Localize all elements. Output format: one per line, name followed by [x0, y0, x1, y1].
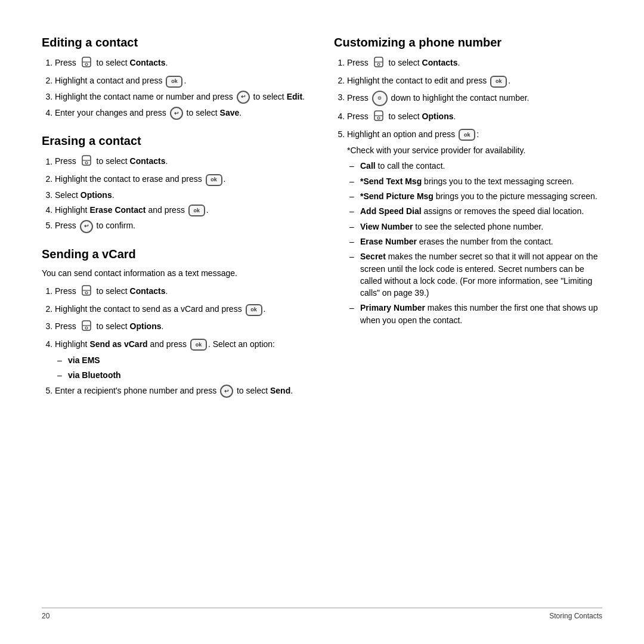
list-item: Press ⊙ down to highlight the contact nu… — [347, 91, 602, 106]
page: Editing a contact Press to select Contac… — [0, 0, 644, 644]
phone-icon — [80, 55, 93, 72]
right-column: Customizing a phone number Press to sele… — [334, 36, 602, 602]
editing-steps: Press to select Contacts. Highlight a co… — [42, 55, 310, 120]
list-item: Press to select Contacts. — [55, 284, 310, 300]
ok-icon: ok — [490, 76, 507, 88]
list-item: Select Options. — [55, 189, 310, 201]
list-item: Press to select Contacts. — [55, 154, 310, 170]
section-erasing: Erasing a contact Press to select Contac… — [42, 134, 310, 233]
phone-icon — [80, 154, 93, 170]
ok-icon: ok — [188, 205, 205, 216]
list-item: Press to select Options. — [347, 109, 602, 125]
list-item: Highlight Send as vCard and press ok. Se… — [55, 338, 310, 382]
list-item: Highlight the contact to edit and press … — [347, 75, 602, 87]
section-customizing: Customizing a phone number Press to sele… — [334, 36, 602, 326]
vcard-intro: You can send contact information as a te… — [42, 267, 310, 279]
ok-icon: ok — [166, 76, 182, 88]
availability-note: *Check with your service provider for av… — [347, 144, 602, 156]
phone-icon — [372, 109, 385, 125]
list-item: Add Speed Dial assigns or removes the sp… — [354, 205, 602, 217]
section-erasing-title: Erasing a contact — [42, 134, 310, 148]
section-editing-title: Editing a contact — [42, 36, 310, 49]
left-column: Editing a contact Press to select Contac… — [42, 36, 310, 602]
section-customizing-title: Customizing a phone number — [334, 36, 602, 49]
svg-point-5 — [85, 162, 88, 164]
menu-icon: ↩ — [80, 220, 93, 233]
list-item: *Send Picture Msg brings you to the pict… — [354, 190, 602, 202]
content-columns: Editing a contact Press to select Contac… — [42, 36, 602, 602]
list-item: Enter your changes and press ↩ to select… — [55, 107, 310, 120]
phone-icon — [372, 55, 385, 72]
list-item: Press to select Contacts. — [347, 55, 602, 72]
list-item: via Bluetooth — [62, 369, 310, 381]
vcard-options: via EMS via Bluetooth — [55, 354, 310, 382]
svg-point-17 — [377, 117, 380, 119]
svg-point-2 — [85, 63, 88, 66]
list-item: Highlight an option and press ok: — [347, 128, 602, 141]
list-item: Secret makes the number secret so that i… — [354, 250, 602, 299]
section-vcard: Sending a vCard You can send contact inf… — [42, 247, 310, 398]
menu-icon: ↩ — [237, 91, 250, 104]
svg-point-8 — [85, 292, 88, 294]
section-label: Storing Contacts — [549, 612, 602, 620]
nav-icon: ⊙ — [372, 91, 388, 106]
phone-icon — [80, 284, 93, 300]
list-item: *Send Text Msg brings you to the text me… — [354, 175, 602, 187]
section-vcard-title: Sending a vCard — [42, 247, 310, 261]
ok-icon: ok — [459, 129, 475, 141]
footer: 20 Storing Contacts — [42, 608, 602, 620]
phone-number-options: Call to call the contact. *Send Text Msg… — [347, 160, 602, 326]
list-item: Press to select Contacts. — [55, 55, 310, 72]
erasing-steps: Press to select Contacts. Highlight the … — [42, 154, 310, 233]
list-item: Highlight Erase Contact and press ok. — [55, 204, 310, 216]
list-item: Highlight a contact and press ok. — [55, 75, 310, 87]
page-number: 20 — [42, 612, 49, 620]
vcard-steps: Press to select Contacts. Highlight the … — [42, 284, 310, 398]
phone-icon — [80, 319, 93, 335]
section-editing: Editing a contact Press to select Contac… — [42, 36, 310, 120]
list-item: Press to select Options. — [55, 319, 310, 335]
ok-icon: ok — [190, 339, 207, 351]
ok-icon: ok — [206, 174, 222, 186]
svg-point-11 — [85, 327, 88, 329]
menu-icon: ↩ — [220, 385, 233, 398]
menu-icon: ↩ — [170, 107, 183, 120]
ok-icon: ok — [246, 304, 262, 316]
list-item: Erase Number erases the number from the … — [354, 236, 602, 247]
list-item: via EMS — [62, 354, 310, 366]
list-item: Enter a recipient's phone number and pre… — [55, 385, 310, 398]
list-item: Highlight the contact to send as a vCard… — [55, 303, 310, 315]
customizing-steps: Press to select Contacts. Highlight the … — [334, 55, 602, 141]
list-item: Highlight the contact to erase and press… — [55, 173, 310, 185]
list-item: Primary Number makes this number the fir… — [354, 302, 602, 326]
list-item: View Number to see the selected phone nu… — [354, 221, 602, 233]
list-item: Call to call the contact. — [354, 160, 602, 172]
list-item: Highlight the contact name or number and… — [55, 91, 310, 104]
list-item: Press ↩ to confirm. — [55, 219, 310, 233]
svg-point-14 — [377, 63, 380, 66]
